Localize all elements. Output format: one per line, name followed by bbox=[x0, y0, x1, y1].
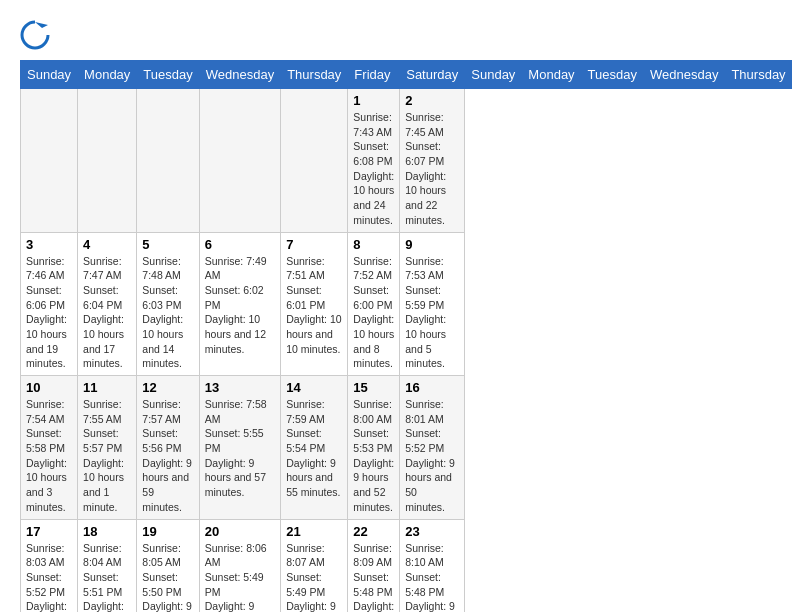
calendar-week-row: 17Sunrise: 8:03 AM Sunset: 5:52 PM Dayli… bbox=[21, 519, 793, 612]
calendar-day-cell: 16Sunrise: 8:01 AM Sunset: 5:52 PM Dayli… bbox=[400, 376, 465, 520]
day-info: Sunrise: 7:58 AM Sunset: 5:55 PM Dayligh… bbox=[205, 397, 275, 500]
day-number: 9 bbox=[405, 237, 459, 252]
calendar-day-cell: 6Sunrise: 7:49 AM Sunset: 6:02 PM Daylig… bbox=[199, 232, 280, 376]
calendar-day-cell: 17Sunrise: 8:03 AM Sunset: 5:52 PM Dayli… bbox=[21, 519, 78, 612]
day-number: 17 bbox=[26, 524, 72, 539]
logo bbox=[20, 20, 54, 50]
logo-icon bbox=[20, 20, 50, 50]
day-header-tuesday: Tuesday bbox=[137, 61, 199, 89]
day-number: 4 bbox=[83, 237, 131, 252]
day-number: 23 bbox=[405, 524, 459, 539]
calendar-day-cell: 13Sunrise: 7:58 AM Sunset: 5:55 PM Dayli… bbox=[199, 376, 280, 520]
day-info: Sunrise: 8:07 AM Sunset: 5:49 PM Dayligh… bbox=[286, 541, 342, 613]
calendar-day-cell: 21Sunrise: 8:07 AM Sunset: 5:49 PM Dayli… bbox=[281, 519, 348, 612]
day-number: 8 bbox=[353, 237, 394, 252]
day-info: Sunrise: 7:47 AM Sunset: 6:04 PM Dayligh… bbox=[83, 254, 131, 372]
day-number: 21 bbox=[286, 524, 342, 539]
day-number: 7 bbox=[286, 237, 342, 252]
day-number: 10 bbox=[26, 380, 72, 395]
day-header-monday: Monday bbox=[78, 61, 137, 89]
calendar-week-row: 3Sunrise: 7:46 AM Sunset: 6:06 PM Daylig… bbox=[21, 232, 793, 376]
day-number: 5 bbox=[142, 237, 193, 252]
day-number: 6 bbox=[205, 237, 275, 252]
day-header-saturday: Saturday bbox=[400, 61, 465, 89]
day-number: 20 bbox=[205, 524, 275, 539]
calendar-header-row: SundayMondayTuesdayWednesdayThursdayFrid… bbox=[21, 61, 793, 89]
day-info: Sunrise: 7:43 AM Sunset: 6:08 PM Dayligh… bbox=[353, 110, 394, 228]
day-info: Sunrise: 8:09 AM Sunset: 5:48 PM Dayligh… bbox=[353, 541, 394, 613]
day-number: 2 bbox=[405, 93, 459, 108]
day-info: Sunrise: 8:06 AM Sunset: 5:49 PM Dayligh… bbox=[205, 541, 275, 613]
calendar-day-cell: 7Sunrise: 7:51 AM Sunset: 6:01 PM Daylig… bbox=[281, 232, 348, 376]
day-info: Sunrise: 8:10 AM Sunset: 5:48 PM Dayligh… bbox=[405, 541, 459, 613]
day-info: Sunrise: 7:48 AM Sunset: 6:03 PM Dayligh… bbox=[142, 254, 193, 372]
day-info: Sunrise: 8:05 AM Sunset: 5:50 PM Dayligh… bbox=[142, 541, 193, 613]
day-header-thursday: Thursday bbox=[725, 61, 792, 89]
calendar-day-cell: 4Sunrise: 7:47 AM Sunset: 6:04 PM Daylig… bbox=[78, 232, 137, 376]
day-info: Sunrise: 7:57 AM Sunset: 5:56 PM Dayligh… bbox=[142, 397, 193, 515]
page-header bbox=[20, 20, 772, 50]
calendar-day-cell: 14Sunrise: 7:59 AM Sunset: 5:54 PM Dayli… bbox=[281, 376, 348, 520]
day-info: Sunrise: 7:49 AM Sunset: 6:02 PM Dayligh… bbox=[205, 254, 275, 357]
calendar-day-cell: 8Sunrise: 7:52 AM Sunset: 6:00 PM Daylig… bbox=[348, 232, 400, 376]
day-number: 22 bbox=[353, 524, 394, 539]
calendar-day-cell: 22Sunrise: 8:09 AM Sunset: 5:48 PM Dayli… bbox=[348, 519, 400, 612]
calendar-day-cell: 10Sunrise: 7:54 AM Sunset: 5:58 PM Dayli… bbox=[21, 376, 78, 520]
day-header-wednesday: Wednesday bbox=[199, 61, 280, 89]
calendar-day-cell: 19Sunrise: 8:05 AM Sunset: 5:50 PM Dayli… bbox=[137, 519, 199, 612]
day-number: 1 bbox=[353, 93, 394, 108]
calendar-day-cell: 9Sunrise: 7:53 AM Sunset: 5:59 PM Daylig… bbox=[400, 232, 465, 376]
day-info: Sunrise: 7:53 AM Sunset: 5:59 PM Dayligh… bbox=[405, 254, 459, 372]
calendar-day-cell: 3Sunrise: 7:46 AM Sunset: 6:06 PM Daylig… bbox=[21, 232, 78, 376]
calendar-day-cell: 2Sunrise: 7:45 AM Sunset: 6:07 PM Daylig… bbox=[400, 89, 465, 233]
calendar-day-cell: 5Sunrise: 7:48 AM Sunset: 6:03 PM Daylig… bbox=[137, 232, 199, 376]
day-number: 13 bbox=[205, 380, 275, 395]
calendar-table: SundayMondayTuesdayWednesdayThursdayFrid… bbox=[20, 60, 792, 612]
day-header-wednesday: Wednesday bbox=[644, 61, 725, 89]
day-number: 16 bbox=[405, 380, 459, 395]
day-info: Sunrise: 8:01 AM Sunset: 5:52 PM Dayligh… bbox=[405, 397, 459, 515]
day-header-sunday: Sunday bbox=[21, 61, 78, 89]
day-number: 15 bbox=[353, 380, 394, 395]
day-number: 19 bbox=[142, 524, 193, 539]
calendar-day-cell: 11Sunrise: 7:55 AM Sunset: 5:57 PM Dayli… bbox=[78, 376, 137, 520]
day-header-tuesday: Tuesday bbox=[581, 61, 643, 89]
day-info: Sunrise: 7:46 AM Sunset: 6:06 PM Dayligh… bbox=[26, 254, 72, 372]
day-number: 14 bbox=[286, 380, 342, 395]
calendar-day-cell: 20Sunrise: 8:06 AM Sunset: 5:49 PM Dayli… bbox=[199, 519, 280, 612]
calendar-day-cell bbox=[199, 89, 280, 233]
calendar-week-row: 1Sunrise: 7:43 AM Sunset: 6:08 PM Daylig… bbox=[21, 89, 793, 233]
day-header-monday: Monday bbox=[522, 61, 581, 89]
calendar-day-cell bbox=[21, 89, 78, 233]
calendar-day-cell: 12Sunrise: 7:57 AM Sunset: 5:56 PM Dayli… bbox=[137, 376, 199, 520]
calendar-day-cell bbox=[78, 89, 137, 233]
day-header-thursday: Thursday bbox=[281, 61, 348, 89]
day-number: 3 bbox=[26, 237, 72, 252]
day-info: Sunrise: 7:52 AM Sunset: 6:00 PM Dayligh… bbox=[353, 254, 394, 372]
day-info: Sunrise: 7:45 AM Sunset: 6:07 PM Dayligh… bbox=[405, 110, 459, 228]
calendar-day-cell: 1Sunrise: 7:43 AM Sunset: 6:08 PM Daylig… bbox=[348, 89, 400, 233]
calendar-day-cell: 18Sunrise: 8:04 AM Sunset: 5:51 PM Dayli… bbox=[78, 519, 137, 612]
calendar-day-cell: 15Sunrise: 8:00 AM Sunset: 5:53 PM Dayli… bbox=[348, 376, 400, 520]
day-info: Sunrise: 8:04 AM Sunset: 5:51 PM Dayligh… bbox=[83, 541, 131, 613]
day-header-sunday: Sunday bbox=[465, 61, 522, 89]
day-info: Sunrise: 7:55 AM Sunset: 5:57 PM Dayligh… bbox=[83, 397, 131, 515]
day-info: Sunrise: 7:59 AM Sunset: 5:54 PM Dayligh… bbox=[286, 397, 342, 500]
day-header-friday: Friday bbox=[348, 61, 400, 89]
day-info: Sunrise: 7:54 AM Sunset: 5:58 PM Dayligh… bbox=[26, 397, 72, 515]
day-number: 12 bbox=[142, 380, 193, 395]
day-info: Sunrise: 7:51 AM Sunset: 6:01 PM Dayligh… bbox=[286, 254, 342, 357]
calendar-day-cell: 23Sunrise: 8:10 AM Sunset: 5:48 PM Dayli… bbox=[400, 519, 465, 612]
calendar-day-cell bbox=[281, 89, 348, 233]
day-number: 11 bbox=[83, 380, 131, 395]
day-info: Sunrise: 8:03 AM Sunset: 5:52 PM Dayligh… bbox=[26, 541, 72, 613]
day-info: Sunrise: 8:00 AM Sunset: 5:53 PM Dayligh… bbox=[353, 397, 394, 515]
day-number: 18 bbox=[83, 524, 131, 539]
calendar-day-cell bbox=[137, 89, 199, 233]
calendar-week-row: 10Sunrise: 7:54 AM Sunset: 5:58 PM Dayli… bbox=[21, 376, 793, 520]
